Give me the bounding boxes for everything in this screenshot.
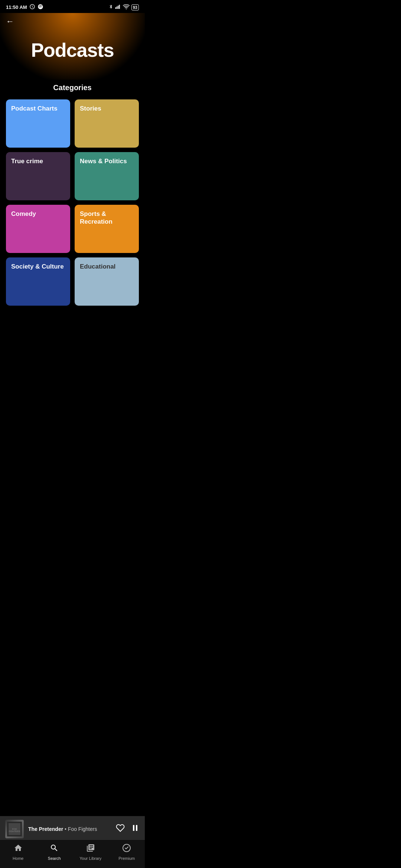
category-label: Educational — [80, 263, 115, 270]
category-stories[interactable]: Stories — [75, 99, 139, 148]
signal-icon — [115, 4, 121, 10]
category-news-politics[interactable]: News & Politics — [75, 152, 139, 200]
svg-rect-4 — [119, 5, 120, 9]
svg-rect-3 — [118, 6, 118, 9]
svg-point-0 — [38, 4, 43, 9]
battery-icon: 93 — [131, 4, 139, 10]
category-label: Podcast Charts — [11, 105, 58, 112]
hero-section: ← Podcasts — [0, 13, 145, 80]
svg-rect-2 — [117, 6, 117, 9]
category-label: News & Politics — [80, 158, 127, 165]
spotify-status-icon — [38, 4, 43, 11]
category-label: Society & Culture — [11, 263, 64, 270]
category-podcast-charts[interactable]: Podcast Charts — [6, 99, 70, 148]
status-left: 11:50 AM — [6, 4, 43, 11]
bluetooth-icon — [109, 4, 113, 11]
category-educational[interactable]: Educational — [75, 257, 139, 306]
category-label: Stories — [80, 105, 101, 112]
back-button[interactable]: ← — [0, 13, 145, 28]
svg-point-5 — [126, 9, 127, 9]
category-label: Comedy — [11, 210, 36, 217]
category-label: True crime — [11, 158, 43, 165]
category-comedy[interactable]: Comedy — [6, 205, 70, 253]
category-label: Sports & Recreation — [80, 210, 113, 225]
category-society-culture[interactable]: Society & Culture — [6, 257, 70, 306]
battery-level: 93 — [133, 5, 137, 10]
categories-grid: Podcast Charts Stories True crime News &… — [6, 99, 139, 306]
category-sports-recreation[interactable]: Sports & Recreation — [75, 205, 139, 253]
wifi-icon — [123, 4, 130, 10]
time: 11:50 AM — [6, 4, 27, 10]
page-title: Podcasts — [0, 28, 145, 69]
status-bar: 11:50 AM 93 — [0, 0, 145, 13]
status-right: 93 — [109, 4, 139, 11]
main-content: Categories Podcast Charts Stories True c… — [0, 80, 145, 365]
category-true-crime[interactable]: True crime — [6, 152, 70, 200]
svg-rect-1 — [115, 7, 116, 9]
categories-heading: Categories — [6, 83, 139, 92]
alarm-icon — [29, 4, 35, 11]
